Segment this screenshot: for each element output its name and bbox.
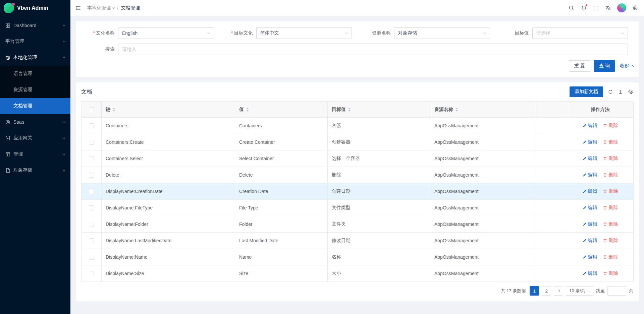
delete-link[interactable]: 删除 <box>603 238 618 244</box>
sort-icons[interactable] <box>455 108 458 112</box>
resource-name-select[interactable]: 对象存储 <box>394 27 490 39</box>
chevron-down-icon <box>63 23 65 26</box>
row-checkbox[interactable] <box>89 140 94 145</box>
sidebar-item-dashboard[interactable]: Dashboard <box>0 17 70 34</box>
table-row[interactable]: Containers:Create Create Container 创建容器 … <box>82 134 634 150</box>
column-header-resource-name[interactable]: 资源名称 <box>430 102 535 118</box>
translate-icon[interactable] <box>605 4 612 11</box>
select-all-checkbox[interactable] <box>89 107 94 112</box>
delete-link[interactable]: 删除 <box>603 172 618 178</box>
edit-link[interactable]: 编辑 <box>583 188 597 194</box>
column-header-target-value[interactable]: 目标值 <box>328 102 430 118</box>
logo[interactable]: Vben Admin <box>0 0 70 16</box>
table-row[interactable]: DisplayName:FileType File Type 文件类型 AbpO… <box>82 200 634 216</box>
pagination: 共 17 条数据 1 2 10 条/页 跳至 页 <box>76 282 639 300</box>
edit-link[interactable]: 编辑 <box>583 221 597 227</box>
table-row[interactable]: DisplayName:LastModifiedDate Last Modifi… <box>82 233 634 249</box>
row-height-icon[interactable] <box>618 89 623 95</box>
caret-down-icon <box>455 110 458 112</box>
sidebar-item-saas[interactable]: Saas <box>0 114 70 130</box>
collapse-link[interactable]: 收起 <box>620 63 633 69</box>
row-checkbox[interactable] <box>89 271 94 276</box>
content-area: *文化名称 English *目标文化 简体中文 <box>70 16 644 314</box>
column-settings-gear-icon[interactable] <box>628 89 633 95</box>
table-row[interactable]: DisplayName:Size Size 大小 AbpOssManagemen… <box>82 265 634 282</box>
delete-link[interactable]: 删除 <box>603 139 618 145</box>
filler-cell <box>535 249 567 265</box>
table-row[interactable]: Delete Delete 删除 AbpOssManagement 编辑 删除 <box>82 167 634 183</box>
main-area: 本地化管理 / 文档管理 <box>70 0 644 314</box>
sort-icons[interactable] <box>348 108 351 112</box>
sidebar-item-app-gateway[interactable]: 应用网关 <box>0 130 70 146</box>
gear-icon[interactable] <box>632 4 639 11</box>
column-header-value[interactable]: 值 <box>235 102 328 118</box>
target-value-select[interactable]: 请选择 <box>532 27 628 39</box>
table-row[interactable]: DisplayName:Folder Folder 文件夹 AbpOssMana… <box>82 216 634 233</box>
page-button-2[interactable]: 2 <box>542 286 551 296</box>
row-checkbox[interactable] <box>89 222 94 227</box>
sidebar-subitem-label: 文档管理 <box>13 103 32 109</box>
notification-bell-icon[interactable] <box>580 4 587 11</box>
saas-icon <box>5 120 10 125</box>
row-checkbox[interactable] <box>89 205 94 210</box>
table-body: Containers Containers 容器 AbpOssManagemen… <box>82 118 634 282</box>
edit-link[interactable]: 编辑 <box>583 123 597 129</box>
row-checkbox[interactable] <box>89 255 94 260</box>
fullscreen-icon[interactable] <box>593 5 599 11</box>
delete-link[interactable]: 删除 <box>603 254 618 260</box>
edit-link[interactable]: 编辑 <box>583 238 597 244</box>
sidebar-item-object-storage[interactable]: 对象存储 <box>0 162 70 178</box>
sidebar-item-management[interactable]: 管理 <box>0 146 70 162</box>
delete-link[interactable]: 删除 <box>603 221 618 227</box>
table-row[interactable]: DisplayName:Name Name 名称 AbpOssManagemen… <box>82 249 634 265</box>
row-checkbox[interactable] <box>89 173 94 178</box>
cell-target-value: 选择一个容器 <box>328 150 430 167</box>
query-button[interactable]: 查 询 <box>594 60 615 72</box>
sort-icons[interactable] <box>246 108 249 112</box>
refresh-icon[interactable] <box>608 89 613 95</box>
sidebar-item-platform-management[interactable]: 平台管理 <box>0 34 70 50</box>
table-row[interactable]: Containers Containers 容器 AbpOssManagemen… <box>82 118 634 134</box>
sidebar-item-localization-management[interactable]: 本地化管理 <box>0 50 70 66</box>
avatar[interactable] <box>617 3 626 12</box>
search-icon[interactable] <box>568 4 575 11</box>
delete-link[interactable]: 删除 <box>603 155 618 162</box>
sidebar-item-language-management[interactable]: 语言管理 <box>0 66 70 82</box>
column-header-key[interactable]: 键 <box>102 102 235 118</box>
delete-link[interactable]: 删除 <box>603 188 618 194</box>
storage-icon <box>5 168 10 173</box>
cell-actions: 编辑 删除 <box>567 265 634 282</box>
cell-key: DisplayName:Name <box>102 249 235 265</box>
sidebar-item-resource-management[interactable]: 资源管理 <box>0 82 70 98</box>
delete-link[interactable]: 删除 <box>603 205 618 211</box>
table-row[interactable]: DisplayName:CreationDate Creation Date 创… <box>82 183 634 200</box>
row-checkbox[interactable] <box>89 156 94 161</box>
culture-name-select[interactable]: English <box>118 27 214 39</box>
sidebar-item-document-management[interactable]: 文档管理 <box>0 98 70 114</box>
sort-icons[interactable] <box>113 108 115 112</box>
table-row[interactable]: Containers:Select Select Container 选择一个容… <box>82 150 634 167</box>
breadcrumb-parent[interactable]: 本地化管理 <box>87 5 114 11</box>
edit-link[interactable]: 编辑 <box>583 270 597 276</box>
edit-link[interactable]: 编辑 <box>583 205 597 211</box>
page-button-1[interactable]: 1 <box>530 286 539 296</box>
menu-fold-icon[interactable] <box>74 4 83 12</box>
chevron-down-icon <box>63 168 65 171</box>
next-page-button[interactable] <box>554 286 563 296</box>
edit-link[interactable]: 编辑 <box>583 155 597 162</box>
target-culture-select[interactable]: 简体中文 <box>256 27 352 39</box>
edit-link[interactable]: 编辑 <box>583 254 597 260</box>
delete-link[interactable]: 删除 <box>603 123 618 129</box>
edit-link[interactable]: 编辑 <box>583 139 597 145</box>
delete-link[interactable]: 删除 <box>603 270 618 276</box>
row-checkbox[interactable] <box>89 123 94 128</box>
reset-button[interactable]: 重 置 <box>569 60 590 72</box>
row-checkbox[interactable] <box>89 189 94 194</box>
row-checkbox[interactable] <box>89 238 94 243</box>
jump-page-input[interactable] <box>607 286 626 296</box>
edit-link[interactable]: 编辑 <box>583 172 597 178</box>
page-size-select[interactable]: 10 条/页 <box>566 286 593 296</box>
add-document-button[interactable]: 添加新文档 <box>570 86 603 97</box>
search-input[interactable] <box>118 44 628 55</box>
topbar-actions <box>568 3 639 12</box>
